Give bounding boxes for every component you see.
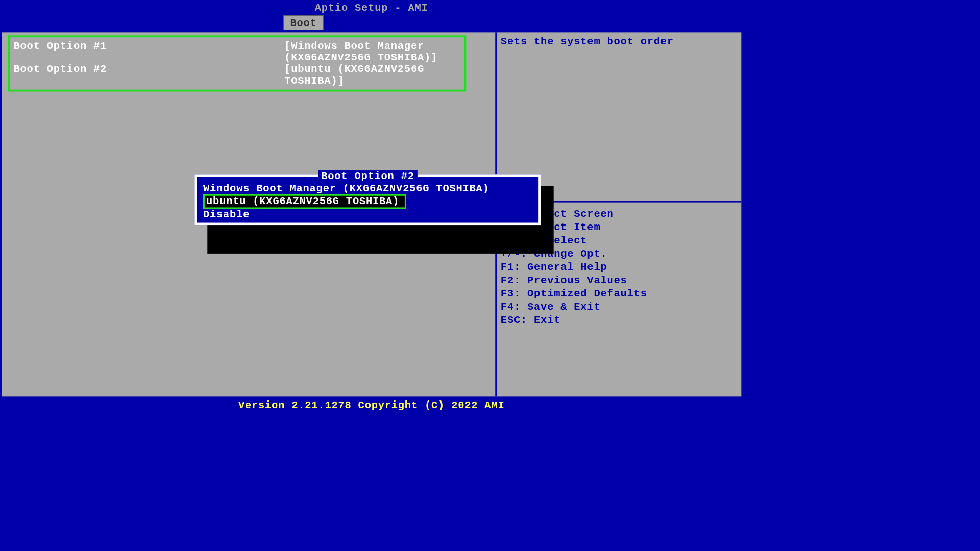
hint-esc: ESC: Exit — [501, 314, 647, 327]
header-bar: Aptio Setup - AMI — [0, 0, 743, 15]
help-description: Sets the system boot order — [501, 36, 738, 48]
boot-option-2-value: [ubuntu (KXG6AZNV256G TOSHIBA)] — [284, 63, 443, 86]
tab-boot[interactable]: Boot — [283, 15, 324, 30]
popup-option-ubuntu[interactable]: ubuntu (KXG6AZNV256G TOSHIBA) — [203, 194, 406, 209]
footer-text: Version 2.21.1278 Copyright (C) 2022 AMI — [238, 399, 505, 411]
bios-window: Aptio Setup - AMI Boot Boot Option #1 [W… — [0, 0, 743, 415]
boot-option-1[interactable]: Boot Option #1 [Windows Boot Manager (KX… — [14, 40, 460, 63]
popup-title-wrap: Boot Option #2 — [197, 170, 538, 182]
hint-f1: F1: General Help — [501, 261, 647, 274]
boot-option-1-label: Boot Option #1 — [14, 40, 285, 63]
page-title: Aptio Setup - AMI — [315, 3, 428, 14]
boot-option-2-label: Boot Option #2 — [14, 63, 285, 86]
popup-title: Boot Option #2 — [318, 170, 418, 182]
popup-option-windows[interactable]: Windows Boot Manager (KXG6AZNV256G TOSHI… — [197, 183, 538, 194]
boot-option-popup[interactable]: Boot Option #2 Windows Boot Manager (KXG… — [194, 174, 541, 225]
popup-option-disable[interactable]: Disable — [197, 209, 538, 220]
hint-f2: F2: Previous Values — [501, 274, 647, 287]
tab-bar: Boot — [0, 15, 743, 31]
footer-bar: Version 2.21.1278 Copyright (C) 2022 AMI — [0, 398, 743, 413]
boot-options-highlight: Boot Option #1 [Windows Boot Manager (KX… — [8, 35, 466, 91]
hint-f4: F4: Save & Exit — [501, 300, 647, 314]
boot-option-2[interactable]: Boot Option #2 [ubuntu (KXG6AZNV256G TOS… — [14, 63, 460, 86]
hint-f3: F3: Optimized Defaults — [501, 287, 647, 300]
boot-option-1-value: [Windows Boot Manager (KXG6AZNV256G TOSH… — [284, 40, 455, 63]
